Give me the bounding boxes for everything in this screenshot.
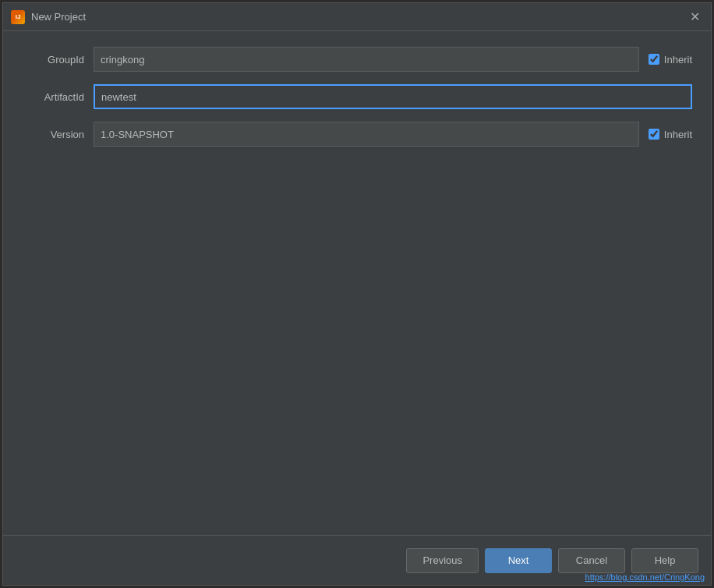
dialog-title: New Project	[31, 11, 86, 23]
close-icon: ✕	[690, 9, 700, 24]
groupid-label: GroupId	[22, 54, 84, 66]
dialog-content: GroupId Inherit ArtifactId Version Inher…	[3, 31, 711, 535]
help-button[interactable]: Help	[631, 548, 698, 573]
groupid-input[interactable]	[94, 47, 639, 72]
version-inherit-label: Inherit	[664, 129, 692, 140]
previous-button[interactable]: Previous	[406, 548, 479, 573]
version-inherit-checkbox[interactable]	[649, 129, 659, 140]
cancel-button[interactable]: Cancel	[558, 548, 625, 573]
groupid-inherit-wrapper: Inherit	[649, 54, 692, 66]
dialog-footer: Previous Next Cancel Help https://blog.c…	[3, 535, 711, 585]
groupid-row: GroupId Inherit	[22, 47, 692, 72]
title-bar: IJ New Project ✕	[3, 3, 711, 31]
artifactid-label: ArtifactId	[22, 91, 84, 103]
version-input[interactable]	[94, 122, 639, 147]
version-label: Version	[22, 129, 84, 140]
app-icon-text: IJ	[16, 13, 21, 20]
version-row: Version Inherit	[22, 122, 692, 147]
groupid-inherit-checkbox[interactable]	[649, 54, 659, 65]
footer-url: https://blog.csdn.net/CringKong	[585, 572, 705, 582]
artifactid-input[interactable]	[94, 84, 692, 109]
new-project-dialog: IJ New Project ✕ GroupId Inherit Artifac…	[2, 2, 712, 586]
groupid-inherit-label: Inherit	[664, 54, 692, 66]
app-icon: IJ	[11, 10, 25, 24]
next-button[interactable]: Next	[485, 548, 552, 573]
title-bar-left: IJ New Project	[11, 10, 86, 24]
artifactid-row: ArtifactId	[22, 84, 692, 109]
version-inherit-wrapper: Inherit	[649, 129, 692, 140]
close-button[interactable]: ✕	[686, 9, 703, 26]
content-spacer	[22, 159, 692, 519]
